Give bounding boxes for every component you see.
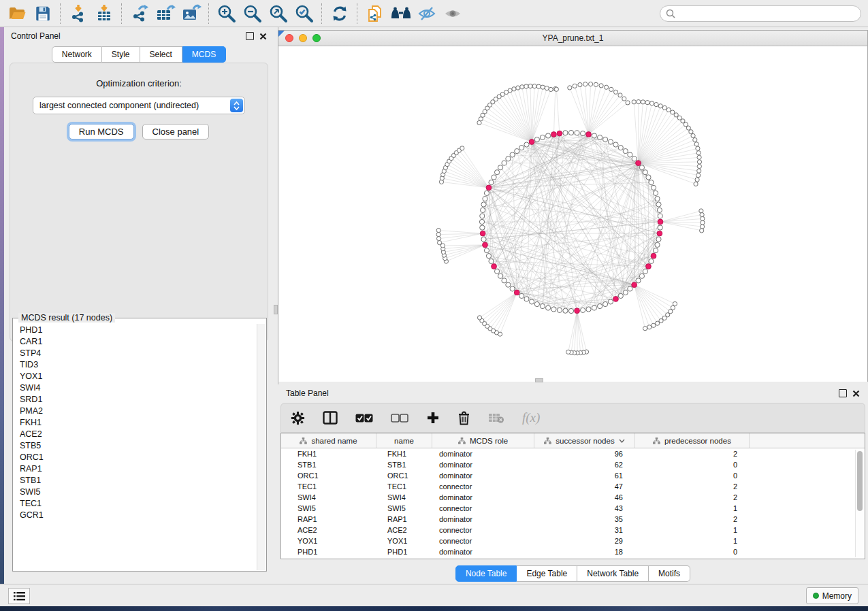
first-neighbors-icon[interactable] — [388, 3, 414, 24]
horizontal-splitter-grip[interactable] — [535, 378, 543, 382]
graph-node[interactable] — [573, 84, 577, 88]
graph-node[interactable] — [516, 86, 520, 90]
graph-node[interactable] — [494, 170, 499, 175]
graph-node[interactable] — [515, 148, 519, 153]
graph-node[interactable] — [502, 278, 507, 283]
table-row[interactable]: ORC1ORC1dominator610 — [281, 470, 865, 481]
column-header-predecessor-nodes[interactable]: predecessor nodes — [635, 433, 750, 448]
graph-node[interactable] — [697, 160, 701, 164]
hide-selected-icon[interactable] — [414, 3, 440, 24]
graph-node[interactable] — [481, 208, 485, 212]
delete-column-icon[interactable] — [457, 411, 470, 425]
graph-node[interactable] — [649, 101, 654, 105]
graph-node[interactable] — [536, 84, 541, 88]
mcds-node[interactable] — [613, 297, 619, 302]
graph-node[interactable] — [618, 93, 622, 97]
table-row[interactable]: ACE2ACE2connector311 — [281, 525, 865, 535]
export-network-icon[interactable] — [127, 3, 152, 24]
graph-node[interactable] — [662, 105, 666, 110]
graph-node[interactable] — [549, 87, 553, 91]
graph-node[interactable] — [436, 228, 440, 232]
graph-node[interactable] — [506, 282, 511, 287]
graph-node[interactable] — [643, 269, 647, 274]
graph-node[interactable] — [580, 308, 585, 312]
mcds-node[interactable] — [551, 132, 557, 137]
mcds-result-item[interactable]: SRD1 — [14, 393, 257, 405]
graph-node[interactable] — [568, 130, 573, 135]
add-column-icon[interactable] — [426, 411, 440, 425]
mcds-node[interactable] — [575, 308, 580, 314]
graph-node[interactable] — [643, 170, 647, 175]
graph-node[interactable] — [637, 100, 641, 104]
graph-node[interactable] — [519, 145, 524, 150]
graph-node[interactable] — [671, 306, 675, 310]
graph-node[interactable] — [563, 308, 568, 313]
graph-node[interactable] — [697, 155, 701, 159]
graph-node[interactable] — [623, 148, 628, 153]
mcds-result-item[interactable]: FKH1 — [14, 416, 257, 428]
graph-node[interactable] — [541, 85, 545, 89]
graph-node[interactable] — [510, 286, 515, 291]
tab-mcds[interactable]: MCDS — [182, 46, 226, 63]
search-field[interactable] — [660, 5, 861, 22]
graph-node[interactable] — [489, 259, 494, 263]
graph-node[interactable] — [583, 82, 588, 86]
graph-node[interactable] — [498, 274, 502, 278]
graph-node[interactable] — [696, 174, 701, 178]
close-panel-button[interactable]: Close panel — [142, 124, 210, 139]
graph-node[interactable] — [592, 306, 596, 310]
graph-node[interactable] — [636, 278, 641, 283]
graph-node[interactable] — [694, 142, 698, 146]
mcds-result-item[interactable]: STB5 — [14, 440, 257, 451]
graph-node[interactable] — [696, 151, 701, 155]
graph-node[interactable] — [656, 237, 661, 242]
graph-node[interactable] — [632, 100, 636, 104]
show-all-icon[interactable] — [440, 3, 466, 24]
graph-node[interactable] — [651, 185, 656, 190]
graph-node[interactable] — [545, 133, 550, 138]
table-row[interactable]: PHD1PHD1dominator180 — [281, 546, 865, 557]
graph-node[interactable] — [578, 83, 582, 87]
mcds-node[interactable] — [646, 264, 652, 269]
graph-node[interactable] — [481, 202, 486, 207]
graph-node[interactable] — [691, 133, 695, 137]
graph-node[interactable] — [701, 216, 705, 220]
graph-node[interactable] — [529, 299, 534, 304]
graph-node[interactable] — [696, 146, 700, 150]
graph-node[interactable] — [700, 229, 704, 233]
column-layout-icon[interactable] — [323, 411, 338, 425]
mcds-node[interactable] — [514, 290, 519, 295]
float-table-panel-icon[interactable] — [839, 389, 847, 397]
graph-node[interactable] — [643, 327, 647, 331]
mcds-result-item[interactable]: GCR1 — [14, 509, 257, 521]
tab-network-table[interactable]: Network Table — [577, 565, 649, 582]
clear-selection-icon[interactable] — [391, 414, 408, 423]
column-header-name[interactable]: name — [376, 433, 432, 448]
graph-node[interactable] — [594, 82, 598, 86]
mcds-node[interactable] — [483, 242, 488, 248]
import-network-icon[interactable] — [65, 3, 91, 24]
graph-node[interactable] — [613, 142, 618, 147]
mcds-node[interactable] — [632, 282, 637, 288]
graph-node[interactable] — [524, 297, 529, 301]
graph-node[interactable] — [545, 86, 549, 90]
mcds-result-item[interactable]: CAR1 — [14, 335, 257, 347]
zoom-in-icon[interactable] — [214, 3, 240, 24]
graph-node[interactable] — [655, 196, 660, 201]
graph-node[interactable] — [436, 233, 440, 237]
graph-node[interactable] — [609, 87, 613, 91]
mcds-result-item[interactable]: TEC1 — [14, 497, 257, 509]
graph-node[interactable] — [626, 101, 630, 105]
graph-node[interactable] — [510, 152, 515, 157]
mcds-result-item[interactable]: ORC1 — [14, 451, 257, 463]
graph-node[interactable] — [641, 100, 645, 104]
graph-node[interactable] — [697, 164, 701, 168]
graph-node[interactable] — [659, 318, 663, 323]
graph-node[interactable] — [689, 130, 693, 134]
mcds-result-item[interactable]: YOX1 — [14, 370, 257, 382]
tab-motifs[interactable]: Motifs — [649, 565, 690, 582]
graph-node[interactable] — [563, 131, 568, 135]
float-panel-icon[interactable] — [246, 32, 254, 40]
graph-node[interactable] — [677, 116, 681, 120]
tab-edge-table[interactable]: Edge Table — [517, 565, 577, 582]
